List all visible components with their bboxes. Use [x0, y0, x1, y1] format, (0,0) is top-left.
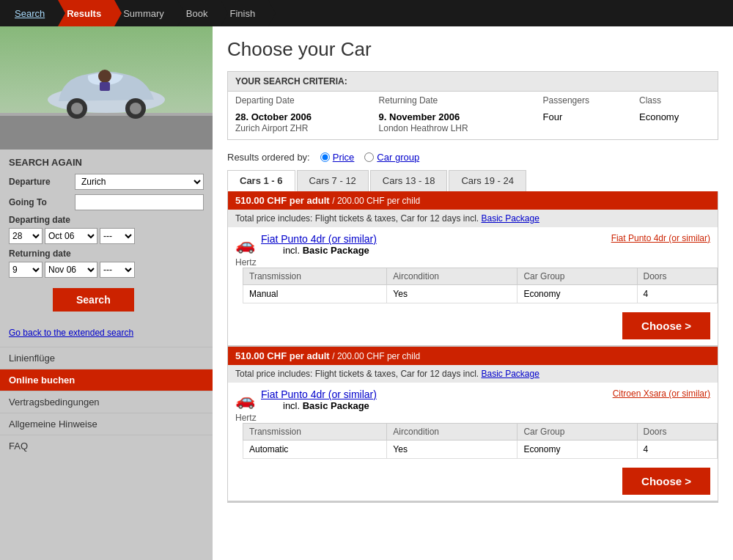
spec-header-group-2: Car Group [517, 424, 637, 441]
top-nav: Search Results Summary Book Finish [0, 0, 733, 26]
basic-package-link-1[interactable]: Basic Package [481, 213, 539, 224]
spec-header-doors-1: Doors [637, 268, 718, 285]
svg-point-5 [71, 103, 83, 114]
car-similar-link-1[interactable]: Fiat Punto 4dr (or similar) [611, 233, 710, 243]
tab-cars-19-24[interactable]: Cars 19 - 24 [449, 170, 526, 191]
departure-select[interactable]: Zurich [75, 174, 204, 190]
sort-bar: Results ordered by: Price Car group [227, 152, 718, 163]
car-detail-2: 🚗 Fiat Punto 4dr (or similar) incl. Basi… [228, 383, 718, 423]
sidebar-item-vertragsbedingungen[interactable]: Vertragsbedingungen [0, 391, 213, 413]
spec-header-doors-2: Doors [637, 424, 718, 441]
main-content: Choose your Car YOUR SEARCH CRITERIA: De… [213, 26, 733, 560]
sidebar-item-linienfluge[interactable]: Linienflüge [0, 347, 213, 369]
criteria-col-dep: Departing Date [228, 92, 372, 109]
car-package-1: Basic Package [303, 245, 369, 256]
svg-point-7 [130, 103, 141, 114]
spec-group-1: Economy [517, 285, 637, 303]
sidebar-item-allgemeine-hinweise[interactable]: Allgemeine Hinweise [0, 413, 213, 435]
results-container: 510.00 CHF per adult / 200.00 CHF per ch… [227, 191, 718, 503]
svg-rect-1 [0, 114, 213, 150]
car-name-link-2[interactable]: Fiat Punto 4dr (or similar) [261, 388, 377, 400]
sort-cargroup-radio[interactable] [364, 152, 374, 162]
dep-time-select[interactable]: --- [100, 228, 135, 244]
criteria-passengers: Four [536, 109, 632, 139]
price-main-2: 510.00 CHF per adult [235, 350, 330, 361]
choose-section-1: Choose > [228, 306, 718, 345]
criteria-col-ret: Returning Date [372, 92, 536, 109]
choose-button-2[interactable]: Choose > [622, 468, 710, 495]
car-provider-2: Hertz [235, 413, 710, 423]
nav-step-results[interactable]: Results [58, 0, 114, 26]
ret-day-select[interactable]: 9 [9, 262, 43, 278]
car-package-2: Basic Package [303, 400, 369, 411]
sort-price-link[interactable]: Price [333, 152, 355, 163]
car-icon-area-1: 🚗 Fiat Punto 4dr (or similar) incl. Basi… [235, 233, 377, 256]
car-specs-table-1: Transmission Aircondition Car Group Door… [243, 268, 718, 303]
price-main-1: 510.00 CHF per adult [235, 195, 330, 206]
sort-label: Results ordered by: [227, 152, 310, 163]
spec-doors-1: 4 [637, 285, 718, 303]
sort-cargroup-option[interactable]: Car group [364, 152, 419, 163]
car-specs-table-2: Transmission Aircondition Car Group Door… [243, 423, 718, 459]
car-detail-1: 🚗 Fiat Punto 4dr (or similar) incl. Basi… [228, 227, 718, 268]
sort-cargroup-link[interactable]: Car group [377, 152, 419, 163]
price-secondary-1: / 200.00 CHF per child [332, 196, 420, 206]
tab-cars-13-18[interactable]: Cars 13 - 18 [370, 170, 448, 191]
svg-rect-9 [100, 82, 110, 91]
spec-transmission-1: Manual [243, 285, 387, 303]
criteria-col-pass: Passengers [536, 92, 632, 109]
car-icon-area-2: 🚗 Fiat Punto 4dr (or similar) incl. Basi… [235, 388, 377, 411]
car-name-link-1[interactable]: Fiat Punto 4dr (or similar) [261, 233, 377, 245]
svg-rect-2 [0, 113, 213, 116]
departing-date-label: Departing date [9, 215, 70, 225]
nav-step-summary[interactable]: Summary [114, 0, 177, 26]
going-to-input[interactable] [75, 194, 204, 210]
total-bar-2: Total price includes: Flight tickets & t… [228, 365, 718, 383]
ret-time-select[interactable]: --- [100, 262, 135, 278]
spec-ac-2: Yes [387, 441, 517, 459]
sidebar-form: SEARCH AGAIN Departure Zurich Going To D… [0, 150, 213, 325]
tab-cars-1-6[interactable]: Cars 1 - 6 [227, 170, 295, 191]
sidebar: SEARCH AGAIN Departure Zurich Going To D… [0, 26, 213, 560]
returning-date-label: Returning date [9, 248, 71, 259]
ret-month-select[interactable]: Nov 06 [45, 262, 97, 278]
spec-header-group-1: Car Group [517, 268, 637, 285]
sidebar-item-faq[interactable]: FAQ [0, 435, 213, 457]
car-icon-2: 🚗 [235, 391, 255, 410]
going-to-label: Going To [9, 197, 75, 207]
results-tabs: Cars 1 - 6 Cars 7 - 12 Cars 13 - 18 Cars… [227, 170, 718, 191]
search-button[interactable]: Search [53, 288, 134, 312]
sort-price-radio[interactable] [320, 152, 330, 162]
dep-month-select[interactable]: Oct 06 [45, 228, 97, 244]
car-result-2: 510.00 CHF per adult / 200.00 CHF per ch… [228, 347, 718, 502]
criteria-col-class: Class [632, 92, 718, 109]
criteria-header: YOUR SEARCH CRITERIA: [228, 72, 718, 92]
total-text-1: Total price includes: Flight tickets & t… [235, 213, 539, 224]
back-to-extended-search-link[interactable]: Go back to the extended search [0, 325, 213, 344]
price-bar-2: 510.00 CHF per adult / 200.00 CHF per ch… [228, 347, 718, 365]
car-provider-1: Hertz [235, 257, 710, 268]
choose-button-1[interactable]: Choose > [622, 312, 710, 339]
tab-cars-7-12[interactable]: Cars 7 - 12 [297, 170, 369, 191]
criteria-ret-date: 9. November 2006 London Heathrow LHR [372, 109, 536, 139]
car-icon-1: 🚗 [235, 235, 255, 254]
spec-header-transmission-2: Transmission [243, 424, 387, 441]
spec-doors-2: 4 [637, 441, 718, 459]
basic-package-link-2[interactable]: Basic Package [481, 369, 539, 379]
svg-point-8 [98, 70, 111, 83]
car-similar-link-2[interactable]: Citroen Xsara (or similar) [613, 388, 710, 399]
criteria-class: Economy [632, 109, 718, 139]
spec-transmission-2: Automatic [243, 441, 387, 459]
total-bar-1: Total price includes: Flight tickets & t… [228, 210, 718, 227]
nav-step-search[interactable]: Search [6, 0, 58, 26]
dep-day-select[interactable]: 28 [9, 228, 43, 244]
spec-ac-1: Yes [387, 285, 517, 303]
sidebar-item-online-buchen[interactable]: Online buchen [0, 369, 213, 391]
page-title: Choose your Car [227, 38, 718, 61]
search-again-title: SEARCH AGAIN [9, 157, 204, 168]
sidebar-nav: Linienflüge Online buchen Vertragsbeding… [0, 347, 213, 457]
sort-price-option[interactable]: Price [320, 152, 355, 163]
total-text-2: Total price includes: Flight tickets & t… [235, 369, 539, 379]
spec-header-ac-1: Aircondition [387, 268, 517, 285]
price-bar-1: 510.00 CHF per adult / 200.00 CHF per ch… [228, 191, 718, 210]
